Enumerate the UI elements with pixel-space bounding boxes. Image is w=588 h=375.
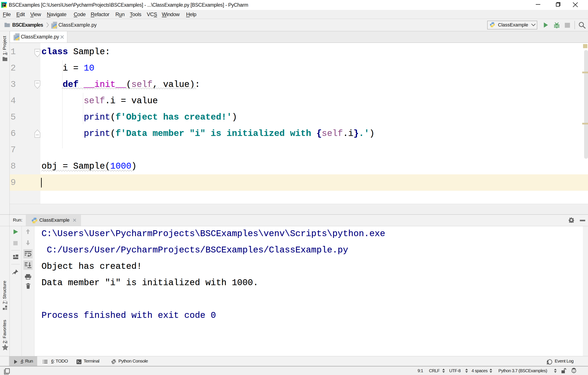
- svg-text:PC: PC: [3, 3, 5, 5]
